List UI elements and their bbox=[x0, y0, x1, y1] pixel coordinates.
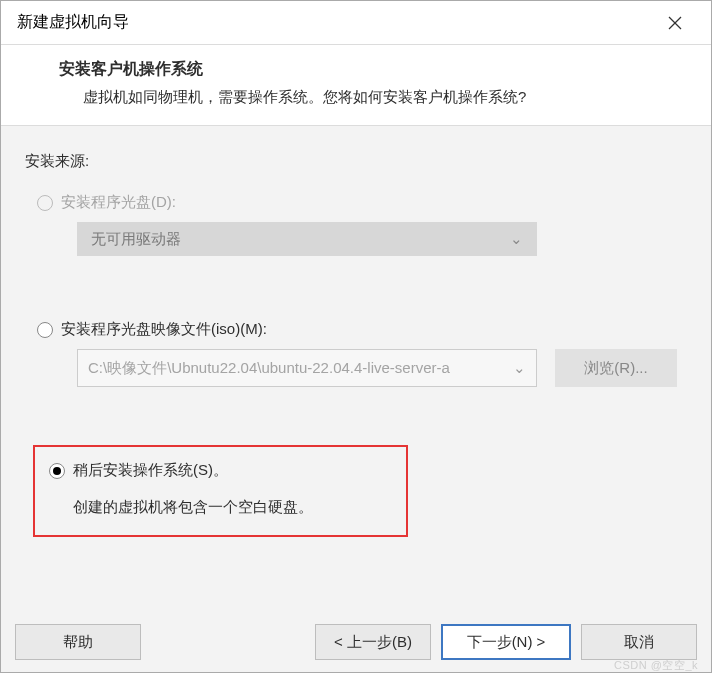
disc-dropdown: 无可用驱动器 ⌄ bbox=[77, 222, 537, 256]
later-description: 创建的虚拟机将包含一个空白硬盘。 bbox=[73, 498, 396, 517]
iso-path-input: C:\映像文件\Ubnutu22.04\ubuntu-22.04.4-live-… bbox=[77, 349, 537, 387]
radio-iso-label: 安装程序光盘映像文件(iso)(M): bbox=[61, 320, 267, 339]
cancel-button[interactable]: 取消 bbox=[581, 624, 697, 660]
radio-later[interactable] bbox=[49, 463, 65, 479]
source-label: 安装来源: bbox=[25, 152, 687, 171]
radio-disc bbox=[37, 195, 53, 211]
radio-option-later[interactable]: 稍后安装操作系统(S)。 bbox=[49, 461, 396, 480]
radio-option-iso[interactable]: 安装程序光盘映像文件(iso)(M): bbox=[37, 320, 687, 339]
chevron-down-icon: ⌄ bbox=[510, 230, 523, 248]
disc-dropdown-value: 无可用驱动器 bbox=[91, 230, 181, 249]
header-section: 安装客户机操作系统 虚拟机如同物理机，需要操作系统。您将如何安装客户机操作系统? bbox=[1, 45, 711, 126]
header-description: 虚拟机如同物理机，需要操作系统。您将如何安装客户机操作系统? bbox=[83, 88, 681, 107]
radio-option-disc: 安装程序光盘(D): bbox=[37, 193, 687, 212]
title-bar: 新建虚拟机向导 bbox=[1, 1, 711, 45]
wizard-dialog: 新建虚拟机向导 安装客户机操作系统 虚拟机如同物理机，需要操作系统。您将如何安装… bbox=[0, 0, 712, 673]
content-area: 安装来源: 安装程序光盘(D): 无可用驱动器 ⌄ 安装程序光盘映像文件(iso… bbox=[1, 126, 711, 612]
browse-button: 浏览(R)... bbox=[555, 349, 677, 387]
iso-row: C:\映像文件\Ubnutu22.04\ubuntu-22.04.4-live-… bbox=[77, 349, 687, 387]
radio-later-label: 稍后安装操作系统(S)。 bbox=[73, 461, 228, 480]
back-button[interactable]: < 上一步(B) bbox=[315, 624, 431, 660]
radio-disc-label: 安装程序光盘(D): bbox=[61, 193, 176, 212]
iso-path-value: C:\映像文件\Ubnutu22.04\ubuntu-22.04.4-live-… bbox=[88, 359, 450, 378]
radio-iso[interactable] bbox=[37, 322, 53, 338]
next-button[interactable]: 下一步(N) > bbox=[441, 624, 571, 660]
chevron-down-icon: ⌄ bbox=[513, 359, 526, 377]
header-title: 安装客户机操作系统 bbox=[59, 59, 681, 80]
close-button[interactable] bbox=[655, 8, 695, 38]
help-button[interactable]: 帮助 bbox=[15, 624, 141, 660]
window-title: 新建虚拟机向导 bbox=[17, 12, 129, 33]
close-icon bbox=[668, 16, 682, 30]
radio-group: 安装程序光盘(D): 无可用驱动器 ⌄ 安装程序光盘映像文件(iso)(M): … bbox=[37, 193, 687, 537]
highlight-box: 稍后安装操作系统(S)。 创建的虚拟机将包含一个空白硬盘。 bbox=[33, 445, 408, 537]
watermark: CSDN @空空_k bbox=[614, 658, 698, 673]
button-bar: 帮助 < 上一步(B) 下一步(N) > 取消 CSDN @空空_k bbox=[1, 612, 711, 672]
